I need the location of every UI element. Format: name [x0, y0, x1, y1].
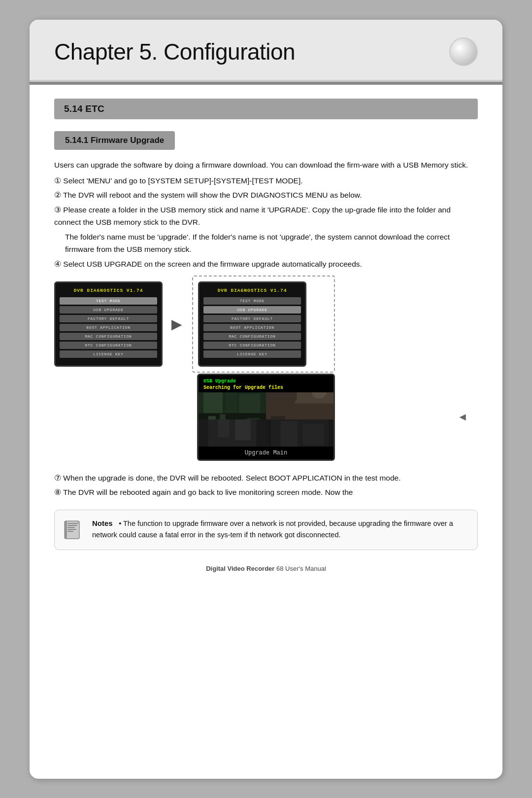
svg-rect-28 — [67, 527, 75, 528]
dvr-screen-left: DVR DIAGNOSTICS V1.74 TEST MODE USB UPGR… — [54, 281, 163, 367]
step8: ⑧ The DVR will be rebooted again and go … — [54, 486, 478, 499]
intro-text: Users can upgrade the software by doing … — [54, 159, 478, 172]
camera-cell-2 — [266, 392, 333, 419]
dvr-screen-right: DVR DIAGNOSTICS V1.74 TEST MODE USB UPGR… — [198, 281, 306, 367]
dvr-right-container: DVR DIAGNOSTICS V1.74 TEST MODE USB UPGR… — [198, 281, 306, 367]
svg-rect-17 — [218, 419, 229, 437]
book-icon — [63, 519, 85, 542]
dvr-right-menu-item-0: TEST MODE — [203, 297, 301, 305]
section-title: 5.14 ETC — [64, 104, 104, 114]
dvr-left-menu-item-5: RTC CONFIGURATION — [60, 342, 157, 349]
steps-7-8: ⑦ When the upgrade is done, the DVR will… — [54, 472, 478, 499]
step4: ④ Select USB UPGRADE on the screen and t… — [54, 258, 478, 271]
right-arrow-icon: ▶ — [171, 316, 182, 332]
svg-rect-5 — [208, 416, 216, 419]
section-bar: 5.14 ETC — [54, 99, 478, 119]
subsection-title: 5.14.1 Firmware Upgrade — [65, 136, 164, 145]
footer-product: Digital Video Recorder — [206, 565, 274, 572]
dvr-right-menu-item-5: RTC CONFIGURATION — [203, 342, 301, 349]
content-area: Users can upgrade the software by doing … — [54, 159, 478, 271]
svg-rect-13 — [271, 416, 285, 419]
camera-cell-1 — [199, 392, 266, 419]
dvr-right-menu-item-6: LICENSE KEY — [203, 350, 301, 358]
chapter-title: Chapter 5. Configuration — [54, 38, 295, 65]
svg-rect-18 — [235, 419, 250, 440]
step3a: ③ Please create a folder in the USB memo… — [54, 204, 478, 229]
upgrade-overlay: USB Upgrade Searching for Upgrade files — [199, 375, 333, 392]
dvr-left-menu-item-1: USB UPGRADE — [60, 306, 157, 313]
camera-grid — [199, 392, 333, 447]
chapter-orb — [449, 37, 478, 66]
svg-rect-23 — [302, 423, 324, 445]
camera-cell-3 — [199, 419, 266, 447]
note-text: • The function to upgrade firmware over … — [92, 520, 453, 539]
svg-rect-6 — [220, 414, 226, 419]
dvr-left-menu-item-0: TEST MODE — [60, 297, 157, 305]
note-box: Notes • The function to upgrade firmware… — [54, 510, 478, 550]
svg-rect-26 — [67, 523, 77, 524]
svg-rect-22 — [280, 421, 298, 447]
step1: ① Select 'MENU' and go to [SYSTEM SETUP]… — [54, 174, 478, 187]
svg-rect-11 — [266, 392, 297, 401]
dvr-left-title: DVR DIAGNOSTICS V1.74 — [60, 288, 157, 293]
dvr-right-menu-item-1: USB UPGRADE — [203, 306, 301, 313]
header-accent-line — [30, 82, 502, 85]
note-content: Notes • The function to upgrade firmware… — [92, 518, 467, 541]
footer: Digital Video Recorder 68 User's Manual — [30, 565, 502, 572]
upgrade-searching: Searching for Upgrade files — [203, 385, 329, 390]
footer-manual: User's Manual — [285, 565, 326, 572]
dvr-left-menu-item-3: BOOT APPLICATION — [60, 324, 157, 331]
svg-rect-30 — [67, 531, 73, 532]
chapter-header: Chapter 5. Configuration — [30, 20, 502, 82]
dvr-left-menu-item-2: FACTORY DEFAULT — [60, 315, 157, 322]
page: Chapter 5. Configuration 5.14 ETC 5.14.1… — [30, 20, 502, 779]
svg-rect-29 — [67, 529, 76, 530]
svg-rect-3 — [239, 394, 260, 413]
upgrade-title: USB Upgrade — [203, 379, 329, 384]
dvr-right-menu-item-3: BOOT APPLICATION — [203, 324, 301, 331]
svg-rect-27 — [67, 525, 77, 526]
upgrade-screen: USB Upgrade Searching for Upgrade files — [197, 374, 335, 461]
subsection-header: 5.14.1 Firmware Upgrade — [54, 131, 175, 150]
svg-rect-31 — [65, 521, 66, 539]
dvr-right-title: DVR DIAGNOSTICS V1.74 — [203, 288, 301, 293]
upgrade-row: USB Upgrade Searching for Upgrade files — [54, 374, 478, 461]
step7: ⑦ When the upgrade is done, the DVR will… — [54, 472, 478, 485]
footer-page: 68 — [276, 565, 285, 572]
upgrade-main-label: Upgrade Main — [199, 447, 333, 459]
dvr-left-menu-item-4: MAC CONFIGURATION — [60, 333, 157, 340]
dvr-left-menu-item-6: LICENSE KEY — [60, 350, 157, 358]
dvr-screens-area: DVR DIAGNOSTICS V1.74 TEST MODE USB UPGR… — [54, 281, 478, 367]
step3b: The folder's name must be 'upgrade'. If … — [54, 231, 478, 256]
camera-cell-4 — [266, 419, 333, 447]
step2: ② The DVR will reboot and the system wil… — [54, 189, 478, 202]
dvr-right-menu-item-4: MAC CONFIGURATION — [203, 333, 301, 340]
note-label: Notes — [92, 519, 113, 527]
upgrade-left-arrow-icon: ◄ — [457, 411, 468, 423]
dvr-right-menu-item-2: FACTORY DEFAULT — [203, 315, 301, 322]
